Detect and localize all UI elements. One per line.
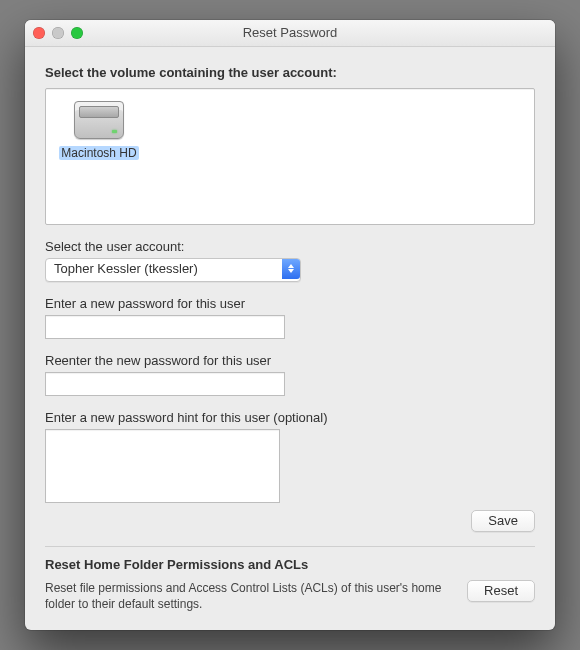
- reset-button[interactable]: Reset: [467, 580, 535, 602]
- password-hint-label: Enter a new password hint for this user …: [45, 410, 535, 425]
- window-controls: [33, 27, 83, 39]
- hard-disk-icon: [74, 101, 124, 139]
- close-window-button[interactable]: [33, 27, 45, 39]
- select-account-label: Select the user account:: [45, 239, 535, 254]
- maximize-window-button[interactable]: [71, 27, 83, 39]
- save-button[interactable]: Save: [471, 510, 535, 532]
- user-account-select[interactable]: Topher Kessler (tkessler): [45, 258, 301, 282]
- window-content: Select the volume containing the user ac…: [25, 47, 555, 630]
- volume-item[interactable]: Macintosh HD: [56, 101, 142, 160]
- volume-list: Macintosh HD: [45, 88, 535, 225]
- confirm-password-input[interactable]: [45, 372, 285, 396]
- minimize-window-button: [52, 27, 64, 39]
- chevron-up-down-icon: [282, 259, 300, 279]
- titlebar[interactable]: Reset Password: [25, 20, 555, 47]
- new-password-input[interactable]: [45, 315, 285, 339]
- acls-description: Reset file permissions and Access Contro…: [45, 580, 453, 612]
- window-title: Reset Password: [243, 25, 338, 40]
- password-hint-input[interactable]: [45, 429, 280, 503]
- acls-heading: Reset Home Folder Permissions and ACLs: [45, 557, 535, 572]
- volume-label: Macintosh HD: [59, 146, 138, 160]
- user-account-selected: Topher Kessler (tkessler): [45, 258, 301, 282]
- confirm-password-label: Reenter the new password for this user: [45, 353, 535, 368]
- new-password-label: Enter a new password for this user: [45, 296, 535, 311]
- reset-password-window: Reset Password Select the volume contain…: [25, 20, 555, 630]
- select-volume-heading: Select the volume containing the user ac…: [45, 65, 535, 80]
- divider: [45, 546, 535, 547]
